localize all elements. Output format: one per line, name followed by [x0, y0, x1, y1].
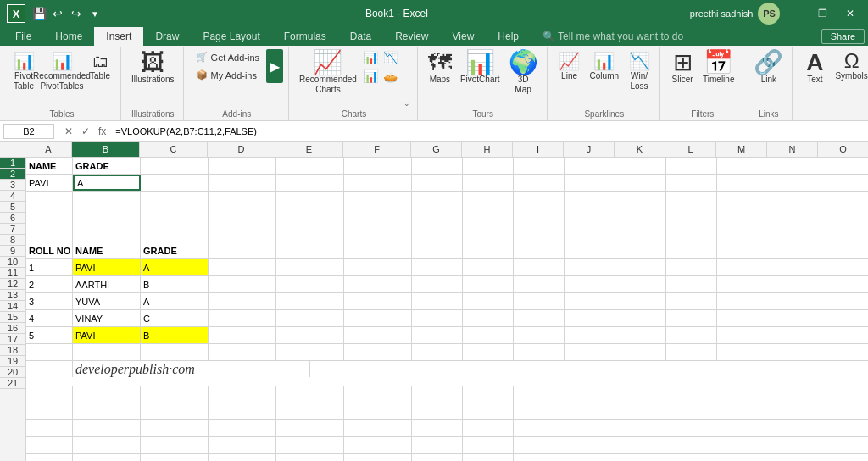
cell-G4[interactable]	[412, 208, 463, 225]
cell-F15[interactable]	[344, 403, 412, 419]
cell-B1[interactable]: GRADE	[73, 158, 141, 174]
cell-F14[interactable]	[344, 386, 412, 403]
insert-function-btn[interactable]: fx	[96, 125, 108, 137]
tab-draw[interactable]: Draw	[143, 27, 191, 46]
cell-J9[interactable]	[565, 293, 615, 309]
cell-A3[interactable]	[26, 192, 73, 208]
cell-A8[interactable]: 2	[26, 276, 73, 292]
cell-I6[interactable]	[514, 242, 565, 258]
row-header-21[interactable]: 21	[0, 378, 25, 389]
user-avatar[interactable]: PS	[758, 3, 780, 25]
pivotchart-btn[interactable]: 📊 PivotChart	[457, 49, 504, 86]
cell-D2[interactable]	[209, 175, 276, 191]
cell-B8[interactable]: AARTHI	[73, 276, 141, 292]
cell-G6[interactable]	[412, 242, 463, 258]
cell-A4[interactable]	[26, 208, 73, 225]
recommended-pivottables-btn[interactable]: 📊 RecommendedPivotTables	[41, 49, 83, 93]
cell-C3[interactable]	[141, 192, 209, 208]
cell-G10[interactable]	[412, 310, 463, 326]
charts-expand-btn[interactable]: ⌄	[402, 99, 412, 108]
cell-A17[interactable]	[26, 437, 73, 453]
maps-btn[interactable]: 🗺 Maps	[425, 49, 455, 86]
row-header-9[interactable]: 9	[0, 246, 25, 257]
symbols-btn[interactable]: Ω Symbols	[832, 49, 868, 82]
winloss-btn[interactable]: 📉 Win/Loss	[624, 49, 654, 93]
cell-B16[interactable]	[73, 420, 141, 436]
cell-D10[interactable]	[209, 310, 276, 326]
cell-B9[interactable]: YUVA	[73, 293, 141, 309]
cell-L2[interactable]	[666, 175, 717, 191]
cell-D16[interactable]	[209, 420, 276, 436]
cell-H1[interactable]	[463, 158, 514, 174]
cell-C6[interactable]: GRADE	[141, 242, 209, 258]
cell-E11[interactable]	[276, 327, 344, 343]
cell-J7[interactable]	[565, 259, 615, 275]
cell-H14[interactable]	[463, 386, 514, 403]
share-btn[interactable]: Share	[821, 29, 865, 44]
cell-B2[interactable]: A	[73, 175, 141, 191]
cell-I3[interactable]	[514, 192, 565, 208]
cell-F5[interactable]	[344, 225, 412, 242]
confirm-formula-btn[interactable]: ✓	[79, 125, 92, 137]
tab-help[interactable]: Help	[486, 27, 531, 46]
cell-E16[interactable]	[276, 420, 344, 436]
cell-G17[interactable]	[412, 437, 463, 453]
recommended-charts-btn[interactable]: 📈 RecommendedCharts	[296, 49, 360, 97]
cell-H17[interactable]	[463, 437, 514, 453]
cell-H2[interactable]	[463, 175, 514, 191]
cell-F11[interactable]	[344, 327, 412, 343]
cell-F10[interactable]	[344, 310, 412, 326]
cell-G2[interactable]	[412, 175, 463, 191]
cell-F6[interactable]	[344, 242, 412, 258]
cell-F2[interactable]	[344, 175, 412, 191]
row-header-10[interactable]: 10	[0, 257, 25, 268]
cell-E6[interactable]	[276, 242, 344, 258]
cell-F17[interactable]	[344, 437, 412, 453]
cell-F9[interactable]	[344, 293, 412, 309]
col-header-N[interactable]: N	[767, 142, 818, 157]
cancel-formula-btn[interactable]: ✕	[62, 125, 75, 137]
my-addins-btn[interactable]: 📦 My Add-ins	[191, 67, 264, 83]
cell-G11[interactable]	[412, 327, 463, 343]
cell-D8[interactable]	[209, 276, 276, 292]
column-sparkline-btn[interactable]: 📊 Column	[587, 49, 622, 82]
cell-D14[interactable]	[209, 386, 276, 403]
row-header-12[interactable]: 12	[0, 279, 25, 290]
row-header-16[interactable]: 16	[0, 323, 25, 334]
cell-L8[interactable]	[666, 276, 717, 292]
cell-F3[interactable]	[344, 192, 412, 208]
cell-A16[interactable]	[26, 420, 73, 436]
line-chart-btn[interactable]: 📉	[381, 49, 400, 66]
cell-B5[interactable]	[73, 225, 141, 242]
cell-D3[interactable]	[209, 192, 276, 208]
line-sparkline-btn[interactable]: 📈 Line	[554, 49, 585, 82]
bar-chart-btn[interactable]: 📊	[362, 68, 381, 85]
cell-E18[interactable]	[276, 454, 344, 461]
cell-J5[interactable]	[565, 225, 615, 242]
cell-B12[interactable]	[73, 344, 141, 360]
cell-L1[interactable]	[666, 158, 717, 174]
cell-F7[interactable]	[344, 259, 412, 275]
cell-A13[interactable]	[26, 361, 73, 377]
cell-C9[interactable]: A	[141, 293, 209, 309]
cell-H16[interactable]	[463, 420, 514, 436]
cell-A14[interactable]	[26, 386, 73, 403]
cell-H15[interactable]	[463, 403, 514, 419]
cell-B3[interactable]	[73, 192, 141, 208]
cell-H11[interactable]	[463, 327, 514, 343]
cell-C2[interactable]	[141, 175, 209, 191]
cell-E7[interactable]	[276, 259, 344, 275]
row-header-17[interactable]: 17	[0, 334, 25, 345]
cell-A2[interactable]: PAVI	[26, 175, 73, 191]
cell-J6[interactable]	[565, 242, 615, 258]
timeline-btn[interactable]: 📅 Timeline	[699, 49, 737, 86]
illustrations-btn[interactable]: 🖼 Illustrations	[128, 49, 178, 86]
cell-C1[interactable]	[141, 158, 209, 174]
cell-I11[interactable]	[514, 327, 565, 343]
row-header-15[interactable]: 15	[0, 312, 25, 323]
cell-H3[interactable]	[463, 192, 514, 208]
tab-insert[interactable]: Insert	[94, 27, 143, 46]
cell-C14[interactable]	[141, 386, 209, 403]
cell-C11[interactable]: B	[141, 327, 209, 343]
formula-input[interactable]	[112, 126, 865, 136]
